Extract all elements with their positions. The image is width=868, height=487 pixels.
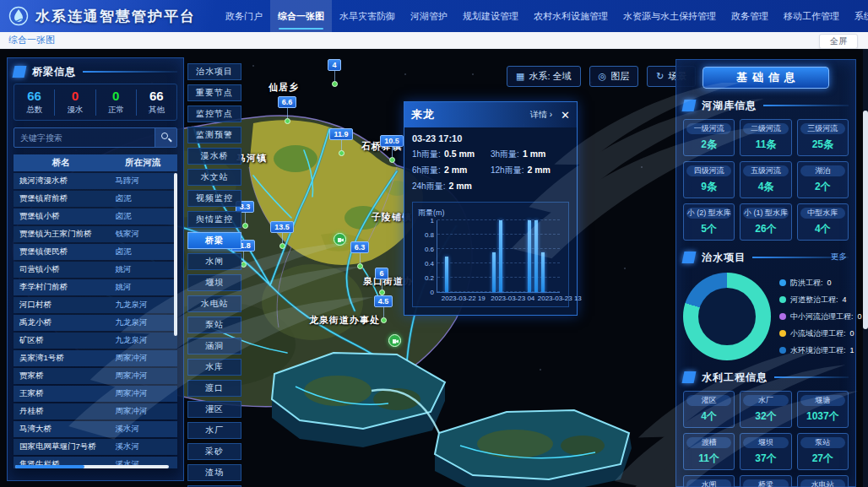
river-cell: 九龙泉河 — [109, 300, 177, 311]
river-cell: 钱家河 — [109, 229, 177, 240]
map-control-button[interactable]: ◎ 图层 — [589, 66, 639, 87]
page-scrollbar[interactable] — [863, 49, 868, 487]
table-row[interactable]: 王家桥 周家冲河 — [14, 386, 177, 402]
info-card: 堰坝 37个 — [740, 433, 791, 470]
table-row[interactable]: 贾堡镇府前桥 卤泥 — [14, 191, 177, 207]
table-row[interactable]: 姚河湾漫水桥 马蹄河 — [14, 173, 177, 189]
close-icon[interactable]: ✕ — [561, 110, 570, 121]
table-horizontal-scrollbar[interactable] — [15, 465, 169, 468]
table-row[interactable]: 吴家湾1号桥 周家冲河 — [14, 350, 177, 366]
panel-header-line — [83, 71, 177, 73]
layer-menu-item[interactable]: 渡口 — [187, 380, 241, 397]
layer-menu-item[interactable]: 灌区 — [187, 401, 241, 418]
nav-item[interactable]: 政务管理 — [724, 0, 776, 32]
table-row[interactable]: 禹龙小桥 九龙泉河 — [14, 315, 177, 331]
legend-label: 防洪工程: — [790, 278, 823, 289]
marker-stick — [243, 252, 244, 262]
nav-item[interactable]: 综合一张图 — [270, 0, 332, 32]
nav-item[interactable]: 移动工作管理 — [776, 0, 847, 32]
station-marker[interactable]: 11.9 — [324, 125, 358, 156]
layer-menu-item[interactable]: 堰坝 — [187, 274, 241, 291]
layer-menu-item[interactable]: 水闸 — [187, 253, 241, 270]
layer-menu-item[interactable]: 重要节点 — [187, 84, 241, 101]
nav-item[interactable]: 农村水利设施管理 — [526, 0, 616, 32]
map-control-button[interactable]: ▦ 水系: 全域 — [507, 66, 581, 87]
search-button[interactable] — [155, 128, 176, 147]
card-value: 4条 — [743, 180, 788, 194]
station-marker[interactable]: 4 — [317, 56, 351, 87]
fullscreen-button[interactable]: 全屏 — [819, 34, 858, 49]
river-cell: 卤泥 — [109, 193, 177, 204]
scrollbar-thumb[interactable] — [863, 111, 868, 330]
layer-menu-item[interactable]: 监控节点 — [187, 106, 241, 122]
station-marker[interactable]: 6 — [365, 264, 399, 295]
info-card: 五级河流 4条 — [740, 161, 791, 198]
table-row[interactable]: 马湾大桥 溪水河 — [14, 421, 177, 437]
layer-menu-item[interactable]: 涵洞 — [187, 338, 241, 354]
popup-header: 来龙 详情 › ✕ — [404, 102, 577, 127]
table-row[interactable]: 国家电网草堰门7号桥 溪水河 — [14, 439, 177, 455]
station-marker[interactable]: 4.5 — [366, 292, 400, 323]
station-marker[interactable]: 6.6 — [270, 93, 304, 124]
nav-item[interactable]: 规划建设管理 — [455, 0, 526, 32]
basic-info-button[interactable]: 基础信息 — [703, 67, 829, 89]
nav-item[interactable]: 水旱灾害防御 — [332, 0, 403, 32]
table-row[interactable]: 矿区桥 九龙泉河 — [14, 333, 177, 349]
nav-item[interactable]: 河湖管护 — [403, 0, 455, 32]
layer-menu-item[interactable]: 漫水桥 — [187, 148, 241, 165]
rain-stat-value: 0.5 mm — [444, 149, 475, 159]
layer-menu-item[interactable]: 治水项目 — [187, 63, 241, 80]
marker-stick — [287, 108, 288, 118]
card-label: 湖泊 — [800, 165, 845, 176]
card-value: 2条 — [686, 138, 731, 152]
table-vertical-scrollbar[interactable] — [174, 173, 177, 336]
table-row[interactable]: 贾堡镇便民桥 卤泥 — [14, 244, 177, 260]
table-row[interactable]: 司营镇小桥 姚河 — [14, 262, 177, 278]
nav-item[interactable]: 系统管理 — [847, 0, 868, 32]
table-row[interactable]: 李学村门前桥 姚河 — [14, 279, 177, 295]
details-link[interactable]: 详情 › — [530, 109, 552, 121]
table-row[interactable]: 丹桂桥 周家冲河 — [14, 403, 177, 419]
legend-count: 4 — [843, 295, 847, 304]
layer-menu-item[interactable]: 水厂 — [187, 422, 241, 439]
legend-item: 水环境治理工程: 1 — [779, 345, 862, 356]
table-row[interactable]: 贾家桥 周家冲河 — [14, 368, 177, 384]
card-label: 三级河流 — [800, 123, 845, 134]
search-icon — [161, 133, 168, 139]
table-row[interactable]: 河口村桥 九龙泉河 — [14, 297, 177, 313]
breadcrumb[interactable]: 综合一张图 — [8, 34, 55, 46]
camera-icon[interactable] — [388, 334, 401, 347]
info-card: 二级河流 11条 — [740, 119, 791, 156]
table-row[interactable]: 贾堡镇为王家门前桥 钱家河 — [14, 226, 177, 242]
search-input[interactable] — [14, 128, 155, 147]
layer-menu-item[interactable]: 渣场 — [187, 464, 241, 481]
nav-item[interactable]: 政务门户 — [218, 0, 270, 32]
nav-item[interactable]: 水资源与水土保持管理 — [616, 0, 724, 32]
marker-stick — [282, 233, 283, 243]
layer-menu-item[interactable]: 舆情监控 — [187, 211, 241, 228]
marker-dot-icon — [285, 118, 290, 124]
layer-menu-item[interactable]: 监测预警 — [187, 127, 241, 143]
bridge-name-cell: 贾家桥 — [14, 371, 109, 381]
layer-menu-item[interactable]: 采砂 — [187, 443, 241, 460]
info-card: 中型水库 4个 — [797, 203, 849, 241]
table-row[interactable]: 贾堡镇小桥 卤泥 — [14, 208, 177, 225]
y-axis-tick: 0.6 — [425, 246, 434, 253]
layer-menu-item[interactable]: 泵站 — [187, 317, 241, 333]
station-marker[interactable]: 13.5 — [265, 218, 299, 249]
marker-dot-icon — [389, 157, 395, 163]
layer-menu-item[interactable]: 水库 — [187, 359, 241, 376]
bridge-stat: 66 其他 — [136, 89, 176, 116]
layer-menu-item[interactable]: 水电站 — [187, 295, 241, 312]
layer-menu-item[interactable]: 桥梁 — [187, 232, 241, 249]
river-cell: 马蹄河 — [109, 176, 177, 187]
layer-menu-item[interactable]: 视频监控 — [187, 190, 241, 207]
legend-count: 0 — [850, 329, 854, 338]
stat-value: 66 — [14, 89, 54, 103]
camera-icon[interactable] — [334, 233, 346, 246]
map-area[interactable]: 仙居乡 马河镇 石桥驿镇 子陵铺镇 泉口街道办 龙泉街道办事处 4 — [0, 49, 868, 487]
more-link[interactable]: 更多 — [831, 252, 847, 262]
layer-menu-item[interactable]: 水文站 — [187, 169, 241, 186]
map-control-icon: ↻ — [656, 71, 664, 82]
scrollbar-thumb[interactable] — [15, 465, 84, 468]
